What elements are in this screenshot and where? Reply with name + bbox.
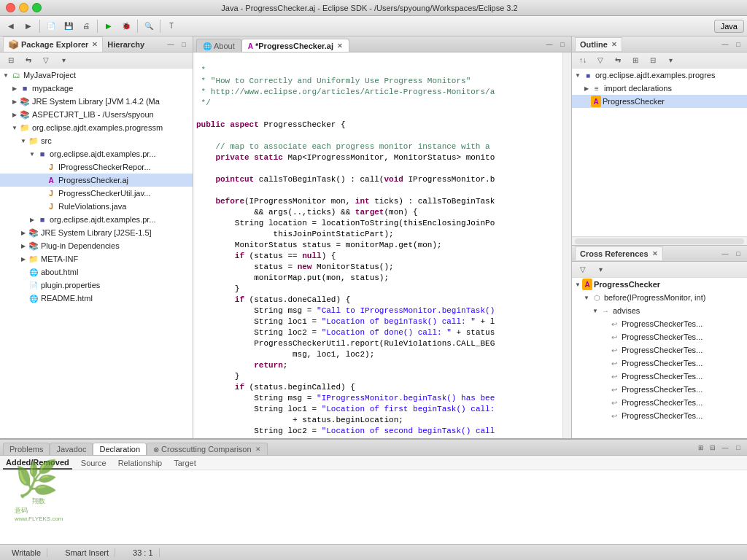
icon-metainf: 📁 (28, 253, 39, 265)
cross-ref-min-btn[interactable]: — (719, 248, 731, 260)
toolbar-new-btn[interactable]: 📄 (43, 18, 59, 34)
tab-crosscutting[interactable]: ⊗ Crosscutting Comparison ✕ (147, 443, 268, 455)
xref-item-ref4[interactable]: ▶ ↩ ProgressCheckerTes... (572, 357, 747, 370)
outline-item-package[interactable]: ▼ ■ org.eclipse.ajdt.examples.progres (572, 69, 747, 82)
bottom-min-btn[interactable]: — (719, 442, 731, 454)
tab-problems[interactable]: Problems (3, 443, 50, 455)
tree-item-pluginprop[interactable]: ▶ 📄 plugin.properties (0, 279, 193, 292)
xref-item-ref3[interactable]: ▶ ↩ ProgressCheckerTes... (572, 343, 747, 357)
outline-menu-btn[interactable]: ▾ (662, 52, 678, 69)
code-editor[interactable]: * * "How to Correctly and Uniformly Use … (193, 52, 562, 455)
tree-item-iprogresscheck[interactable]: ▶ J IProgressCheckerRepor... (0, 160, 193, 174)
package-explorer-tree[interactable]: ▼ 🗂 MyJavaProject ▶ ■ mypackage ▶ 📚 JRE … (0, 69, 193, 455)
outline-sync-btn[interactable]: ⇆ (610, 52, 626, 69)
crosscutting-close[interactable]: ✕ (255, 446, 261, 453)
tree-item-aspectjrt[interactable]: ▶ 📚 ASPECTJRT_LIB - /Users/spyoun (0, 108, 193, 121)
xref-item-progresschecker[interactable]: ▼ A ProgressChecker (572, 278, 747, 291)
editor-max-btn[interactable]: □ (557, 39, 568, 50)
tree-item-plugindep[interactable]: ▶ 📚 Plug-in Dependencies (0, 239, 193, 252)
label-xref-ref3: ProgressCheckerTes... (622, 346, 703, 354)
xref-item-ref7[interactable]: ▶ ↩ ProgressCheckerTes... (572, 396, 747, 409)
tree-item-myproject[interactable]: ▼ 🗂 MyJavaProject (0, 69, 193, 82)
label-xref-before: before(IProgressMonitor, int) (604, 293, 705, 302)
tree-item-progresschecker[interactable]: ▶ A ProgressChecker.aj (0, 174, 193, 187)
xref-item-advises[interactable]: ▼ → advises (572, 304, 747, 317)
tree-item-jre142[interactable]: ▶ 📚 JRE System Library [JVM 1.4.2 (Ma (0, 95, 193, 108)
view-menu-btn[interactable]: ▾ (55, 52, 71, 69)
min-panel-btn[interactable]: — (165, 39, 177, 50)
cross-ref-max-btn[interactable]: □ (732, 248, 744, 260)
tree-item-readme[interactable]: ▶ 🌐 README.html (0, 292, 193, 305)
outline-expand-btn[interactable]: ⊞ (627, 52, 643, 69)
tree-item-metainf[interactable]: ▶ 📁 META-INF (0, 252, 193, 265)
outline-item-progresschecker[interactable]: ▶ A ProgressChecker (572, 95, 747, 108)
outline-min-btn[interactable]: — (719, 39, 731, 50)
bottom-max-btn[interactable]: □ (732, 442, 744, 454)
bottom-action-2[interactable]: ⊟ (708, 443, 718, 453)
maximize-button[interactable] (32, 3, 42, 12)
editor-scrollbar[interactable] (562, 52, 571, 455)
window-controls[interactable] (6, 3, 42, 12)
tree-item-src[interactable]: ▼ 📁 src (0, 134, 193, 147)
xref-menu-btn[interactable]: ▾ (592, 262, 608, 278)
toolbar-open-type-btn[interactable]: T (163, 18, 179, 34)
tree-item-orgeclipse3[interactable]: ▶ ■ org.eclipse.ajdt.examples.pr... (0, 213, 193, 226)
main-layout: 📦 Package Explorer ✕ Hierarchy — □ ⊟ ⇆ ▽… (0, 36, 747, 455)
cross-ref-tab[interactable]: Cross References ✕ (575, 246, 663, 260)
close-button[interactable] (6, 3, 15, 12)
toolbar-save-btn[interactable]: 💾 (61, 18, 77, 34)
outline-collapse-btn[interactable]: ⊟ (645, 52, 661, 69)
filter-btn[interactable]: ▽ (38, 52, 54, 69)
bottom-action-1[interactable]: ⊞ (696, 443, 706, 453)
tree-item-orgeclipse2[interactable]: ▼ ■ org.eclipse.ajdt.examples.pr... (0, 147, 193, 160)
toolbar-forward-btn[interactable]: ▶ (20, 18, 36, 34)
tree-item-about[interactable]: ▶ 🌐 about.html (0, 265, 193, 279)
tab-progresschecker[interactable]: A *ProgressChecker.aj ✕ (241, 39, 349, 52)
toolbar-search-btn[interactable]: 🔍 (141, 18, 157, 34)
outline-close[interactable]: ✕ (611, 41, 617, 48)
xref-item-ref2[interactable]: ▶ ↩ ProgressCheckerTes... (572, 330, 747, 343)
progresschecker-tab-close[interactable]: ✕ (337, 42, 343, 50)
tree-item-progresscheckerutil[interactable]: ▶ J ProgressCheckerUtil.jav... (0, 187, 193, 200)
tab-javadoc[interactable]: Javadoc (50, 443, 93, 455)
perspective-java-btn[interactable]: Java (714, 20, 744, 33)
outline-item-imports[interactable]: ▶ ≡ import declarations (572, 82, 747, 95)
outline-tree[interactable]: ▼ ■ org.eclipse.ajdt.examples.progres ▶ … (572, 69, 747, 236)
xref-item-ref6[interactable]: ▶ ↩ ProgressCheckerTes... (572, 383, 747, 396)
tree-item-jre2se[interactable]: ▶ 📚 JRE System Library [J2SE-1.5] (0, 226, 193, 239)
outline-tab[interactable]: Outline ✕ (575, 37, 622, 51)
editor-min-btn[interactable]: — (543, 39, 555, 50)
toolbar-debug-btn[interactable]: 🐞 (118, 18, 134, 34)
tree-item-orgeclipse[interactable]: ▼ 📁 org.eclipse.ajdt.examples.progressm (0, 121, 193, 134)
tab-declaration[interactable]: Declaration (93, 443, 147, 455)
toolbar-print-btn[interactable]: 🖨 (78, 18, 94, 34)
outline-max-btn[interactable]: □ (732, 39, 744, 50)
outline-hscroll[interactable] (572, 236, 747, 245)
outline-filter-btn[interactable]: ▽ (592, 52, 608, 69)
xref-item-ref1[interactable]: ▶ ↩ ProgressCheckerTes... (572, 317, 747, 330)
xref-item-ref5[interactable]: ▶ ↩ ProgressCheckerTes... (572, 370, 747, 383)
sub-tab-relationship[interactable]: Relationship (115, 457, 166, 469)
toolbar-back-btn[interactable]: ◀ (3, 18, 19, 34)
sub-tab-target[interactable]: Target (171, 457, 199, 469)
xref-filter-btn[interactable]: ▽ (575, 262, 591, 278)
cross-ref-close[interactable]: ✕ (652, 250, 658, 257)
outline-sort-btn[interactable]: ↑↓ (575, 52, 591, 69)
minimize-button[interactable] (19, 3, 28, 12)
tree-item-mypackage[interactable]: ▶ ■ mypackage (0, 82, 193, 95)
tree-item-ruleviolations[interactable]: ▶ J RuleViolations.java (0, 200, 193, 213)
collapse-all-btn[interactable]: ⊟ (3, 52, 19, 69)
sub-tab-source[interactable]: Source (78, 457, 109, 469)
toolbar-run-btn[interactable]: ▶ (101, 18, 117, 34)
xref-item-before[interactable]: ▼ ⬡ before(IProgressMonitor, int) (572, 291, 747, 304)
xref-tree[interactable]: ▼ A ProgressChecker ▼ ⬡ before(IProgress… (572, 278, 747, 455)
xref-toolbar: ▽ ▾ (572, 262, 747, 278)
max-panel-btn[interactable]: □ (178, 39, 190, 50)
xref-item-ref8[interactable]: ▶ ↩ ProgressCheckerTes... (572, 409, 747, 422)
link-editor-btn[interactable]: ⇆ (20, 52, 36, 69)
tab-about[interactable]: 🌐 About (196, 39, 241, 52)
hierarchy-tab[interactable]: Hierarchy (103, 38, 149, 51)
icon-xref-ref6: ↩ (608, 384, 620, 395)
package-explorer-tab[interactable]: 📦 Package Explorer ✕ (3, 36, 103, 52)
package-explorer-close[interactable]: ✕ (92, 41, 98, 48)
